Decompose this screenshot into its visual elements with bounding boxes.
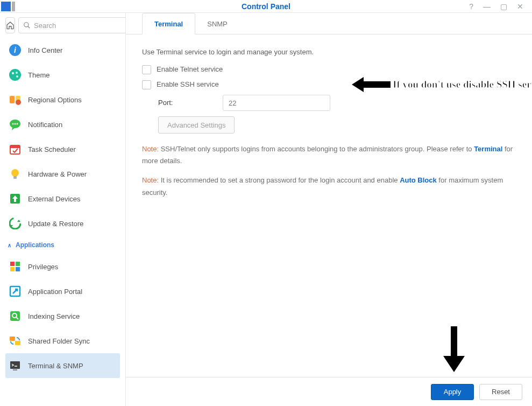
search-input[interactable] <box>34 22 124 30</box>
sidebar-item-info-center[interactable]: i Info Center <box>5 38 120 62</box>
palette-icon <box>9 68 22 81</box>
svg-point-13 <box>15 123 16 125</box>
indexing-icon <box>9 310 22 323</box>
sidebar-item-label: Task Scheduler <box>28 145 76 153</box>
sidebar-item-label: Indexing Service <box>28 312 80 320</box>
sidebar-item-label: Privileges <box>28 263 58 271</box>
svg-point-6 <box>16 72 18 74</box>
enable-ssh-checkbox[interactable] <box>142 80 151 89</box>
apply-button[interactable]: Apply <box>431 384 474 400</box>
sync-icon <box>9 334 22 347</box>
svg-point-4 <box>9 69 21 81</box>
svg-rect-8 <box>10 96 15 103</box>
svg-rect-32 <box>13 369 17 370</box>
enable-ssh-label: Enable SSH service <box>157 79 219 90</box>
svg-rect-30 <box>15 341 20 345</box>
sidebar-item-hardware[interactable]: Hardware & Power <box>5 162 120 186</box>
home-button[interactable] <box>5 17 15 33</box>
svg-line-1 <box>28 26 30 29</box>
svg-point-0 <box>24 23 29 27</box>
sidebar-item-label: Info Center <box>28 46 62 54</box>
sidebar-item-external-devices[interactable]: External Devices <box>5 186 120 211</box>
sidebar-item-label: Terminal & SNMP <box>28 362 83 370</box>
search-box[interactable] <box>18 17 126 33</box>
note-label: Note: <box>142 145 159 153</box>
terminal-description: Use Terminal service to login and manage… <box>142 46 516 58</box>
sidebar-item-label: Theme <box>28 71 49 79</box>
sidebar-item-label: Update & Restore <box>28 220 83 228</box>
sidebar-item-shared-folder-sync[interactable]: Shared Folder Sync <box>5 328 120 353</box>
enable-telnet-label: Enable Telnet service <box>157 64 223 75</box>
svg-point-14 <box>17 123 18 125</box>
sidebar-item-privileges[interactable]: Privileges <box>5 254 120 279</box>
sidebar: i Info Center Theme Regional Options Not… <box>0 13 126 406</box>
note-2: Note: It is recommended to set a strong … <box>142 174 516 198</box>
sidebar-item-label: Application Portal <box>28 288 82 296</box>
info-icon: i <box>9 44 22 57</box>
regional-icon <box>9 93 22 106</box>
sidebar-item-terminal-snmp[interactable]: Terminal & SNMP <box>5 353 120 378</box>
chevron-up-icon: ∧ <box>8 242 11 248</box>
enable-telnet-checkbox[interactable] <box>142 65 151 74</box>
note-1: Note: SSH/Telnet only supports logins fr… <box>142 143 516 167</box>
svg-point-5 <box>12 72 14 74</box>
portal-icon <box>9 285 22 298</box>
svg-rect-31 <box>10 361 20 369</box>
tab-bar: Terminal SNMP <box>126 13 532 34</box>
auto-block-link[interactable]: Auto Block <box>400 176 437 184</box>
footer: Apply Reset <box>126 377 532 406</box>
svg-rect-22 <box>16 262 20 266</box>
port-label: Port: <box>158 97 223 109</box>
svg-rect-24 <box>16 267 20 271</box>
title-bar: Control Panel ? — ▢ ✕ <box>0 0 532 13</box>
sidebar-item-label: Shared Folder Sync <box>28 337 90 345</box>
svg-rect-16 <box>10 145 20 148</box>
port-input[interactable] <box>223 95 330 111</box>
tab-snmp[interactable]: SNMP <box>195 13 239 34</box>
terminal-link[interactable]: Terminal <box>474 145 502 153</box>
sidebar-item-theme[interactable]: Theme <box>5 62 120 87</box>
sidebar-item-label: Hardware & Power <box>28 170 87 178</box>
advanced-settings-button[interactable]: Advanced Settings <box>158 116 235 134</box>
tab-label: Terminal <box>154 20 183 28</box>
sidebar-group-applications[interactable]: ∧ Applications <box>5 236 120 254</box>
chat-icon <box>9 118 22 131</box>
content-body: Use Terminal service to login and manage… <box>126 34 532 377</box>
svg-point-10 <box>16 100 21 105</box>
search-icon <box>23 22 31 29</box>
svg-point-12 <box>12 123 14 125</box>
sidebar-item-app-portal[interactable]: Application Portal <box>5 279 120 304</box>
bulb-icon <box>9 167 22 180</box>
calendar-icon <box>9 143 22 156</box>
note-label: Note: <box>142 176 159 184</box>
tab-terminal[interactable]: Terminal <box>142 13 195 34</box>
home-icon <box>6 21 15 30</box>
svg-rect-29 <box>10 337 15 341</box>
sidebar-item-label: External Devices <box>28 195 81 203</box>
svg-rect-21 <box>10 262 15 266</box>
svg-rect-26 <box>10 311 20 321</box>
tab-label: SNMP <box>207 20 228 28</box>
sidebar-item-regional[interactable]: Regional Options <box>5 87 120 112</box>
sidebar-item-label: Notification <box>28 121 62 129</box>
sidebar-item-notification[interactable]: Notification <box>5 112 120 137</box>
upload-icon <box>9 192 22 205</box>
svg-rect-18 <box>13 176 17 179</box>
sidebar-item-label: Regional Options <box>28 96 82 104</box>
privileges-icon <box>9 260 22 273</box>
svg-point-17 <box>11 169 19 177</box>
terminal-icon <box>9 359 22 372</box>
sidebar-item-update-restore[interactable]: Update & Restore <box>5 211 120 236</box>
sidebar-item-task-scheduler[interactable]: Task Scheduler <box>5 137 120 162</box>
reset-button[interactable]: Reset <box>479 384 522 400</box>
refresh-icon <box>9 217 22 230</box>
svg-rect-23 <box>10 267 15 271</box>
sidebar-item-indexing[interactable]: Indexing Service <box>5 304 120 328</box>
sidebar-group-label: Applications <box>16 241 54 249</box>
window-title: Control Panel <box>0 2 532 11</box>
main-content: Terminal SNMP Use Terminal service to lo… <box>126 13 532 406</box>
svg-point-7 <box>16 75 18 78</box>
